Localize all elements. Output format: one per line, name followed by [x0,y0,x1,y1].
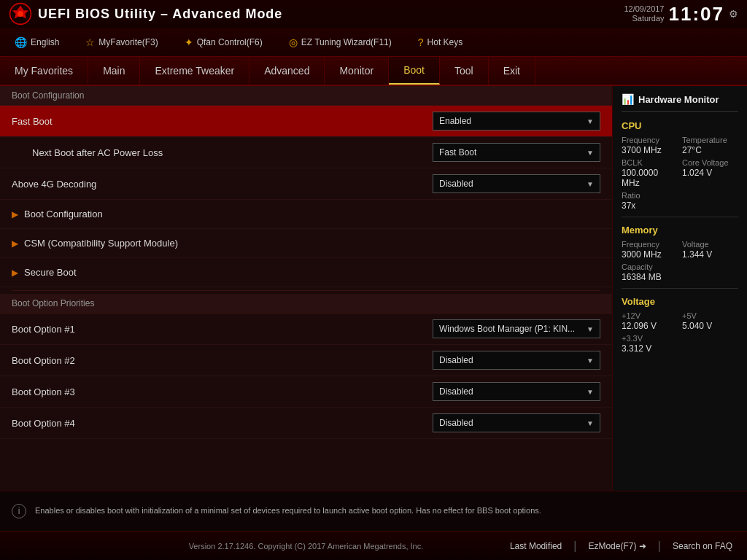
bootoption1-dropdown[interactable]: Windows Boot Manager (P1: KIN... ▼ [433,319,600,338]
nav-monitor[interactable]: Monitor [325,57,389,85]
nextboot-dropdown-arrow-icon: ▼ [587,149,594,157]
nav-boot[interactable]: Boot [389,57,440,85]
status-bar: i Enables or disables boot with initiali… [0,491,747,531]
hw-cpu-temp-label: Temperature 27°C [682,136,738,155]
footer-ezmode[interactable]: EzMode(F7) ➜ [588,541,646,551]
fastboot-dropdown-arrow-icon: ▼ [587,117,594,125]
hw-mem-voltage-label: Voltage 1.344 V [682,240,738,260]
footer-version: Version 2.17.1246. Copyright (C) 2017 Am… [102,542,510,551]
bootoption1-value-container[interactable]: Windows Boot Manager (P1: KIN... ▼ [433,319,600,338]
toolbar-hotkeys[interactable]: ? Hot Keys [412,34,468,51]
hw-monitor-icon: 📊 [622,93,634,105]
hw-voltage-section-title: Voltage [622,296,738,307]
nextboot-dropdown[interactable]: Fast Boot ▼ [433,143,600,162]
4gdecoding-value-container[interactable]: Disabled ▼ [433,174,600,193]
qfan-icon: ✦ [185,36,193,48]
4gdecoding-dropdown-value: Disabled [439,179,473,189]
nav-advanced[interactable]: Advanced [249,57,325,85]
footer-lastmodified[interactable]: Last Modified [510,541,562,551]
toolbar-myfavorite-label: MyFavorite(F3) [98,37,158,47]
bootoption2-value-container[interactable]: Disabled ▼ [433,351,600,370]
setting-bootoption3[interactable]: Boot Option #3 Disabled ▼ [0,376,612,408]
date-line2: Saturday [632,14,664,23]
bootoption1-dropdown-value: Windows Boot Manager (P1: KIN... [439,324,575,334]
hw-cpu-row2: BCLK 100.0000 MHz Core Voltage 1.024 V [622,158,738,188]
expand-secureboot[interactable]: ▶ Secure Boot [0,258,612,287]
4gdecoding-dropdown-arrow-icon: ▼ [587,180,594,188]
nav-myfavorites[interactable]: My Favorites [0,57,88,85]
date-line1: 12/09/2017 [624,4,664,13]
bootoption4-label: Boot Option #4 [12,418,433,429]
toolbar-hotkeys-label: Hot Keys [427,37,463,47]
hw-monitor-panel: 📊 Hardware Monitor CPU Frequency 3700 MH… [612,86,747,491]
bootoption4-value-container[interactable]: Disabled ▼ [433,413,600,432]
setting-bootoption4[interactable]: Boot Option #4 Disabled ▼ [0,408,612,439]
nextboot-label: Next Boot after AC Power Loss [22,147,433,158]
header-top: UEFI BIOS Utility – Advanced Mode 12/09/… [0,0,747,28]
nav-tool[interactable]: Tool [440,57,489,85]
bootoption4-dropdown-arrow-icon: ▼ [587,419,594,427]
setting-fastboot[interactable]: Fast Boot Enabled ▼ [0,106,612,137]
datetime-area: 12/09/2017 Saturday 11:07 ⚙ [624,3,738,26]
fastboot-label: Fast Boot [12,116,433,127]
hw-voltage-row1: +12V 12.096 V +5V 5.040 V [622,311,738,331]
nav-exit[interactable]: Exit [489,57,535,85]
nav-main[interactable]: Main [88,57,140,85]
bootoption1-label: Boot Option #1 [12,324,433,335]
navigation: My Favorites Main Extreme Tweaker Advanc… [0,57,747,86]
toolbar-language[interactable]: 🌐 English [9,34,65,51]
setting-nextboot[interactable]: Next Boot after AC Power Loss Fast Boot … [0,137,612,168]
nav-extremetweaker[interactable]: Extreme Tweaker [140,57,249,85]
footer-actions: Last Modified | EzMode(F7) ➜ | Search on… [510,540,732,553]
bootoption4-dropdown[interactable]: Disabled ▼ [433,413,600,432]
settings-icon[interactable]: ⚙ [729,8,738,20]
setting-bootoption1[interactable]: Boot Option #1 Windows Boot Manager (P1:… [0,314,612,345]
bootoption3-label: Boot Option #3 [12,386,433,397]
expand-csm[interactable]: ▶ CSM (Compatibility Support Module) [0,229,612,258]
bootoption3-dropdown-value: Disabled [439,386,473,397]
setting-bootoption2[interactable]: Boot Option #2 Disabled ▼ [0,345,612,376]
section-bootoptions-header: Boot Option Priorities [0,294,612,314]
bootoption4-dropdown-value: Disabled [439,418,473,428]
logo-area: UEFI BIOS Utility – Advanced Mode [9,2,624,26]
hw-v5-label: +5V 5.040 V [682,311,738,331]
section-divider [12,290,600,291]
bootoption1-dropdown-arrow-icon: ▼ [587,325,594,333]
bootoption2-dropdown[interactable]: Disabled ▼ [433,351,600,370]
footer-sep2: | [658,540,661,553]
toolbar-eztuning[interactable]: ◎ EZ Tuning Wizard(F11) [283,34,398,51]
section-boot-config-header: Boot Configuration [0,86,612,106]
setting-4gdecoding[interactable]: Above 4G Decoding Disabled ▼ [0,168,612,200]
hw-v12-label: +12V 12.096 V [622,311,678,331]
hw-divider2 [622,288,738,289]
bootoption2-dropdown-arrow-icon: ▼ [587,357,594,365]
expand-bootconfig-label: Boot Configuration [24,209,103,219]
language-icon: 🌐 [15,36,27,48]
expand-bootconfig[interactable]: ▶ Boot Configuration [0,200,612,229]
nextboot-value-container[interactable]: Fast Boot ▼ [433,143,600,162]
bootoption3-dropdown[interactable]: Disabled ▼ [433,382,600,401]
fastboot-dropdown-value: Enabled [439,116,471,126]
hw-cpu-section-title: CPU [622,120,738,131]
nextboot-dropdown-value: Fast Boot [439,147,476,158]
fastboot-value-container[interactable]: Enabled ▼ [433,112,600,131]
hw-monitor-title-bar: 📊 Hardware Monitor [622,93,738,112]
footer-searchfaq[interactable]: Search on FAQ [673,541,732,551]
4gdecoding-dropdown[interactable]: Disabled ▼ [433,174,600,193]
header: UEFI BIOS Utility – Advanced Mode 12/09/… [0,0,747,57]
toolbar-myfavorite[interactable]: ☆ MyFavorite(F3) [80,34,163,51]
toolbar-qfan[interactable]: ✦ Qfan Control(F6) [179,34,268,51]
footer-sep1: | [573,540,576,553]
hw-cpu-row1: Frequency 3700 MHz Temperature 27°C [622,136,738,155]
app-title: UEFI BIOS Utility – Advanced Mode [38,7,282,22]
hw-cpu-corevoltage-label: Core Voltage 1.024 V [682,158,738,188]
rog-logo-icon [9,2,32,26]
bootoption3-dropdown-arrow-icon: ▼ [587,388,594,396]
svg-point-2 [18,11,23,17]
hw-mem-freq-label: Frequency 3000 MHz [622,240,678,260]
bootoption3-value-container[interactable]: Disabled ▼ [433,382,600,401]
info-icon: i [12,504,26,518]
fastboot-dropdown[interactable]: Enabled ▼ [433,112,600,131]
toolbar-eztuning-label: EZ Tuning Wizard(F11) [301,37,392,47]
date-display: 12/09/2017 Saturday [624,4,664,23]
